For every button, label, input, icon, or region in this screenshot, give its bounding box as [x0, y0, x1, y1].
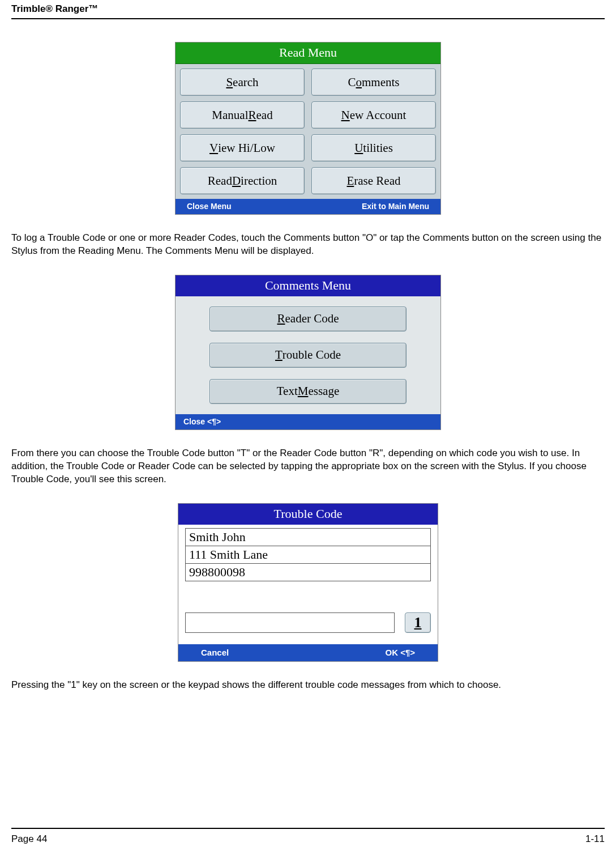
reader-code-button[interactable]: Reader Code [209, 307, 407, 331]
comments-menu-screenshot: Comments Menu Reader Code Trouble Code T… [175, 275, 441, 430]
new-account-button[interactable]: New Account [311, 101, 436, 129]
trouble-code-screenshot: Trouble Code Smith John 111 Smith Lane 9… [178, 503, 438, 662]
comments-menu-title: Comments Menu [176, 275, 440, 296]
close-button[interactable]: Close <¶> [183, 417, 221, 426]
search-button[interactable]: Search [180, 69, 305, 96]
page-header: Trimble® Ranger™ [11, 0, 605, 19]
trouble-code-footer: Cancel OK <¶> [178, 644, 438, 661]
read-direction-button[interactable]: Read Direction [180, 167, 305, 194]
read-menu-screenshot: Read Menu Search Comments Manual Read Ne… [175, 42, 441, 215]
comments-button[interactable]: Comments [311, 69, 436, 96]
read-menu-footer: Close Menu Exit to Main Menu [176, 199, 440, 214]
tc-name-row: Smith John [185, 528, 431, 546]
tc-one-button[interactable]: 1 [405, 612, 431, 633]
paragraph-3: Pressing the "1" key on the screen or th… [11, 679, 605, 692]
erase-read-button[interactable]: Erase Read [311, 167, 436, 194]
tc-address-row: 111 Smith Lane [185, 546, 431, 564]
exit-main-menu-button[interactable]: Exit to Main Menu [362, 202, 429, 211]
manual-read-button[interactable]: Manual Read [180, 101, 305, 129]
page-footer: Page 44 1-11 [11, 828, 605, 845]
read-menu-body: Search Comments Manual Read New Account … [176, 64, 440, 199]
trouble-code-title: Trouble Code [178, 504, 438, 525]
comments-menu-footer: Close <¶> [176, 414, 440, 429]
paragraph-2: From there you can choose the Trouble Co… [11, 447, 605, 486]
page-number-right: 1-11 [585, 833, 605, 845]
utilities-button[interactable]: Utilities [311, 134, 436, 161]
cancel-button[interactable]: Cancel [201, 648, 229, 657]
page-number-left: Page 44 [11, 833, 47, 845]
tc-account-row: 998800098 [185, 564, 431, 581]
paragraph-1: To log a Trouble Code or one or more Rea… [11, 232, 605, 258]
ok-button[interactable]: OK <¶> [385, 648, 415, 657]
trouble-code-body: Smith John 111 Smith Lane 998800098 1 [178, 525, 438, 644]
text-message-button[interactable]: Text Message [209, 379, 407, 404]
comments-menu-body: Reader Code Trouble Code Text Message [176, 296, 440, 414]
read-menu-title: Read Menu [176, 42, 440, 64]
close-menu-button[interactable]: Close Menu [187, 202, 232, 211]
trouble-code-button[interactable]: Trouble Code [209, 343, 407, 368]
view-hi-low-button[interactable]: View Hi/Low [180, 134, 305, 161]
tc-code-input[interactable] [185, 612, 395, 633]
tc-input-row: 1 [185, 612, 431, 633]
